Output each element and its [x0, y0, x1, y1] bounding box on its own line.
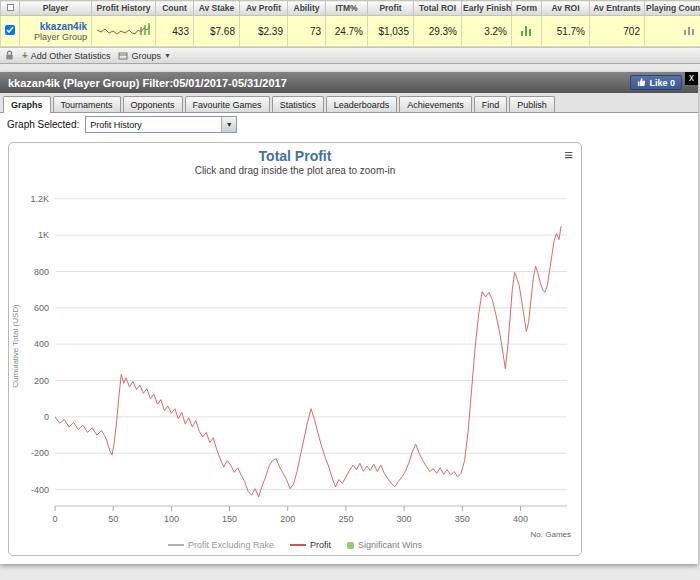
col-av-profit[interactable]: Av Profit — [240, 1, 288, 16]
col-profit[interactable]: Profit — [368, 1, 414, 16]
groups-dropdown[interactable]: Groups ▼ — [118, 51, 170, 61]
col-player[interactable]: Player — [20, 1, 92, 16]
chart-legend: Profit Excluding RakeProfitSignificant W… — [9, 540, 581, 550]
tab-publish[interactable]: Publish — [509, 96, 555, 112]
tab-statistics[interactable]: Statistics — [272, 96, 324, 112]
stats-block: Player Profit History Count Av Stake Av … — [0, 0, 700, 64]
count-value: 433 — [156, 16, 194, 47]
legend-item[interactable]: Profit Excluding Rake — [168, 540, 274, 550]
chart-subtitle: Click and drag inside the plot area to z… — [9, 165, 581, 176]
legend-marker-icon — [347, 542, 354, 549]
add-other-statistics-button[interactable]: + Add Other Statistics — [22, 50, 110, 61]
row-checkbox-cell — [1, 16, 20, 47]
tab-tournaments[interactable]: Tournaments — [53, 96, 121, 112]
player-cell: kkazan4ik Player Group — [20, 16, 92, 47]
svg-text:100: 100 — [164, 514, 179, 524]
svg-text:600: 600 — [34, 303, 49, 313]
graph-selected-label: Graph Selected: — [7, 119, 79, 130]
tab-find[interactable]: Find — [474, 96, 508, 112]
player-name-link[interactable]: kkazan4ik — [24, 21, 87, 32]
facebook-like-button[interactable]: Like 0 — [630, 75, 682, 90]
total-roi-value: 29.3% — [414, 16, 462, 47]
plus-icon: + — [22, 50, 28, 61]
select-chevron-down-icon: ▼ — [221, 117, 236, 132]
stats-table: Player Profit History Count Av Stake Av … — [0, 0, 700, 47]
tab-achievements[interactable]: Achievements — [399, 96, 472, 112]
chart-menu-icon[interactable]: ≡ — [564, 148, 573, 162]
stats-toolbar: + Add Other Statistics Groups ▼ — [0, 47, 700, 64]
player-type-label: Player Group — [24, 32, 87, 42]
player-row: kkazan4ik Player Group 433 $7.68 $2.39 — [1, 16, 700, 47]
svg-text:400: 400 — [34, 339, 49, 349]
svg-text:0: 0 — [44, 412, 49, 422]
tab-leaderboards[interactable]: Leaderboards — [326, 96, 398, 112]
svg-text:300: 300 — [397, 514, 412, 524]
close-icon[interactable]: x — [685, 72, 698, 85]
col-early-finish[interactable]: Early Finish — [462, 1, 512, 16]
legend-label: Profit — [310, 540, 331, 550]
itm-value: 24.7% — [326, 16, 368, 47]
lock-icon — [5, 50, 14, 61]
col-av-stake[interactable]: Av Stake — [194, 1, 240, 16]
legend-label: Profit Excluding Rake — [188, 540, 274, 550]
sparkline-icon — [96, 21, 152, 39]
svg-text:0: 0 — [52, 514, 57, 524]
svg-text:Cumulative Total (USD): Cumulative Total (USD) — [11, 304, 20, 388]
av-stake-value: $7.68 — [194, 16, 240, 47]
form-sparkline-cell — [512, 16, 542, 47]
av-roi-value: 51.7% — [542, 16, 590, 47]
playing-count-graph-icon — [682, 24, 696, 36]
svg-text:250: 250 — [338, 514, 353, 524]
page: Player Profit History Count Av Stake Av … — [0, 0, 700, 580]
svg-text:350: 350 — [455, 514, 470, 524]
graph-type-select[interactable]: Profit History ▼ — [85, 116, 237, 133]
legend-item[interactable]: Significant Wins — [347, 540, 422, 550]
col-playing-count[interactable]: Playing Count — [645, 1, 700, 16]
svg-text:200: 200 — [34, 376, 49, 386]
col-form[interactable]: Form — [512, 1, 542, 16]
thumbs-up-icon — [637, 78, 646, 87]
groups-label: Groups — [131, 51, 161, 61]
col-total-roi[interactable]: Total ROI — [414, 1, 462, 16]
col-av-roi[interactable]: Av ROI — [542, 1, 590, 16]
col-av-entrants[interactable]: Av Entrants — [590, 1, 645, 16]
early-finish-value: 3.2% — [462, 16, 512, 47]
chart-plot-area[interactable]: -400-20002004006008001K1.2K0501001502002… — [9, 178, 581, 534]
tab-graphs[interactable]: Graphs — [3, 96, 51, 113]
add-other-statistics-label: Add Other Statistics — [31, 51, 111, 61]
groups-chevron-down-icon: ▼ — [164, 52, 171, 59]
tabs-bar: Graphs Tournaments Opponents Favourite G… — [0, 93, 698, 113]
x-axis-title: No. Games — [531, 530, 571, 539]
svg-text:1K: 1K — [38, 230, 49, 240]
profit-chart-svg[interactable]: -400-20002004006008001K1.2K0501001502002… — [9, 178, 579, 530]
svg-text:-200: -200 — [31, 448, 49, 458]
tab-opponents[interactable]: Opponents — [123, 96, 183, 112]
col-ability[interactable]: Ability — [288, 1, 326, 16]
svg-text:400: 400 — [513, 514, 528, 524]
svg-text:1.2K: 1.2K — [30, 194, 49, 204]
svg-text:200: 200 — [280, 514, 295, 524]
playing-count-cell[interactable] — [645, 16, 700, 47]
col-profit-history[interactable]: Profit History — [92, 1, 156, 16]
col-itm[interactable]: ITM% — [326, 1, 368, 16]
stats-header-row: Player Profit History Count Av Stake Av … — [1, 1, 700, 16]
form-bars-icon — [517, 22, 537, 38]
profit-history-sparkline-cell[interactable] — [92, 16, 156, 47]
chart-title: Total Profit — [9, 148, 581, 164]
av-entrants-value: 702 — [590, 16, 645, 47]
legend-item[interactable]: Profit — [290, 540, 331, 550]
svg-text:-400: -400 — [31, 485, 49, 495]
select-all-header[interactable] — [1, 1, 20, 16]
tab-favourite-games[interactable]: Favourite Games — [185, 96, 270, 112]
legend-marker-icon — [290, 544, 306, 546]
lock-button[interactable] — [5, 50, 14, 61]
svg-text:50: 50 — [108, 514, 118, 524]
player-panel: kkazan4ik (Player Group) Filter:05/01/20… — [0, 72, 698, 564]
av-profit-value: $2.39 — [240, 16, 288, 47]
legend-marker-icon — [168, 544, 184, 546]
row-checkbox[interactable] — [5, 25, 15, 35]
col-count[interactable]: Count — [156, 1, 194, 16]
graph-select-row: Graph Selected: Profit History ▼ — [0, 113, 698, 136]
profit-value: $1,035 — [368, 16, 414, 47]
legend-label: Significant Wins — [358, 540, 422, 550]
